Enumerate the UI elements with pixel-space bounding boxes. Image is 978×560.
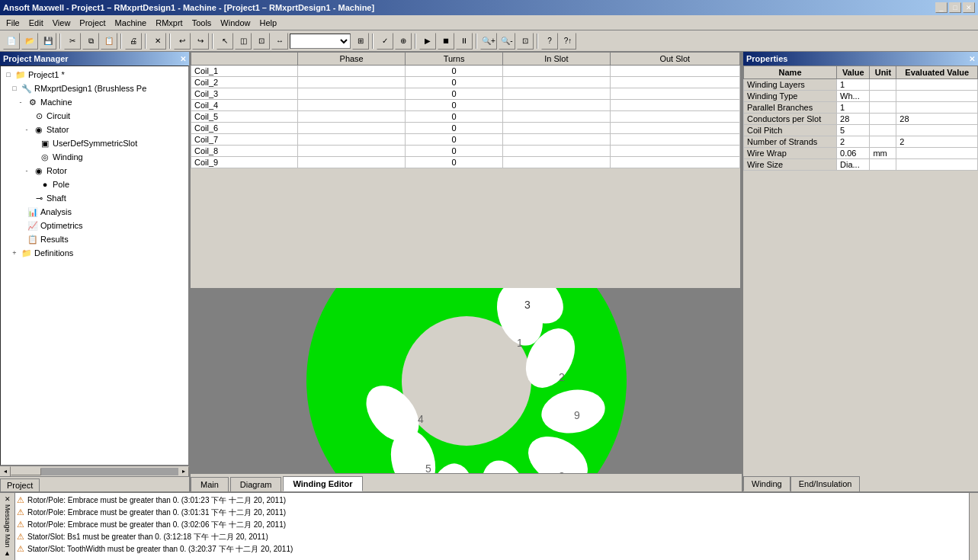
scroll-left[interactable]: ◂ bbox=[0, 466, 11, 477]
properties-close[interactable]: ✕ bbox=[969, 55, 975, 63]
tree-item-pole[interactable]: ● Pole bbox=[2, 178, 187, 191]
expand-definitions[interactable]: + bbox=[8, 249, 21, 257]
btn7[interactable]: ↔ bbox=[271, 33, 288, 50]
props-table-row[interactable]: Wire SizeDia... bbox=[744, 159, 978, 171]
tree-label-stator: Stator bbox=[46, 125, 69, 134]
tree-item-userdefslot[interactable]: ▣ UserDefSymmetricSlot bbox=[2, 136, 187, 150]
project-tree-scrollbar-h[interactable]: ◂ ▸ bbox=[0, 466, 189, 476]
close-button[interactable]: ✕ bbox=[963, 2, 975, 13]
expand-stator[interactable]: - bbox=[21, 126, 33, 133]
props-value-cell[interactable]: 2 bbox=[837, 136, 870, 148]
btn8[interactable]: ⊞ bbox=[352, 33, 369, 50]
expand-design[interactable]: □ bbox=[8, 85, 21, 92]
expand-project[interactable]: □ bbox=[2, 71, 14, 78]
zoom-out-button[interactable]: 🔍- bbox=[499, 33, 515, 50]
help2-button[interactable]: ?↑ bbox=[560, 33, 576, 50]
tab-diagram[interactable]: Diagram bbox=[230, 477, 282, 491]
props-table-row[interactable]: Winding Layers1 bbox=[744, 79, 978, 91]
delete-button[interactable]: ✕ bbox=[149, 33, 166, 50]
tab-winding-editor[interactable]: Winding Editor bbox=[283, 476, 362, 491]
message-scrollbar[interactable] bbox=[969, 493, 978, 560]
menu-project[interactable]: Project bbox=[75, 17, 110, 29]
pause-button[interactable]: ⏸ bbox=[456, 33, 473, 50]
view-button[interactable]: ◫ bbox=[235, 33, 252, 50]
menu-window[interactable]: Window bbox=[216, 17, 255, 29]
open-button[interactable]: 📂 bbox=[21, 33, 38, 50]
zoom-fit-button[interactable]: ⊡ bbox=[517, 33, 534, 50]
coil-table-row[interactable]: Coil_70 bbox=[191, 134, 740, 146]
coil-table-row[interactable]: Coil_10 bbox=[191, 66, 740, 77]
coil-table-row[interactable]: Coil_80 bbox=[191, 146, 740, 157]
tree-item-stator[interactable]: - ◉ Stator bbox=[2, 123, 187, 136]
tree-item-analysis[interactable]: 📊 Analysis bbox=[2, 205, 187, 219]
coil-table-row[interactable]: Coil_20 bbox=[191, 77, 740, 88]
expand-rotor[interactable]: - bbox=[21, 167, 33, 174]
tree-item-winding[interactable]: ◎ Winding bbox=[2, 150, 187, 164]
scroll-right[interactable]: ▸ bbox=[178, 466, 189, 477]
project-tab[interactable]: Project bbox=[0, 478, 40, 491]
btn9[interactable]: ✓ bbox=[377, 33, 393, 50]
zoom-in-button[interactable]: 🔍+ bbox=[480, 33, 497, 50]
dropdown1[interactable] bbox=[290, 34, 351, 49]
expand-machine[interactable]: - bbox=[14, 98, 27, 106]
save-button[interactable]: 💾 bbox=[40, 33, 56, 50]
menu-tools[interactable]: Tools bbox=[188, 17, 216, 29]
props-value-cell[interactable]: 1 bbox=[837, 79, 870, 91]
cut-button[interactable]: ✂ bbox=[64, 33, 81, 50]
menu-edit[interactable]: Edit bbox=[24, 17, 48, 29]
props-value-cell[interactable]: 28 bbox=[837, 114, 870, 125]
menu-machine[interactable]: Machine bbox=[111, 17, 152, 29]
redo-button[interactable]: ↪ bbox=[192, 33, 209, 50]
props-tab-winding[interactable]: Winding bbox=[743, 476, 790, 491]
tree-item-definitions[interactable]: + 📁 Definitions bbox=[2, 246, 187, 260]
new-button[interactable]: 📄 bbox=[3, 33, 20, 50]
props-value-cell[interactable]: Wh... bbox=[837, 91, 870, 102]
tree-item-rotor[interactable]: - ◉ Rotor bbox=[2, 164, 187, 178]
props-value-cell[interactable]: Dia... bbox=[837, 159, 870, 171]
menu-help[interactable]: Help bbox=[255, 17, 281, 29]
tab-main[interactable]: Main bbox=[191, 477, 229, 491]
tree-item-circuit[interactable]: ⊙ Circuit bbox=[2, 109, 187, 123]
btn6[interactable]: ⊡ bbox=[253, 33, 270, 50]
scroll-track[interactable] bbox=[11, 468, 178, 475]
tree-item-machine[interactable]: - ⚙ Machine bbox=[2, 95, 187, 109]
props-table-row[interactable]: Conductors per Slot2828 bbox=[744, 114, 978, 125]
props-table-row[interactable]: Number of Strands22 bbox=[744, 136, 978, 148]
copy-button[interactable]: ⧉ bbox=[82, 33, 99, 50]
canvas-area[interactable]: 1 2 3 4 5 6 7 8 9 Connect all coils Conn… bbox=[191, 288, 742, 473]
maximize-button[interactable]: □ bbox=[949, 2, 961, 13]
coil-table-row[interactable]: Coil_60 bbox=[191, 123, 740, 134]
menu-view[interactable]: View bbox=[48, 17, 75, 29]
coil-table-row[interactable]: Coil_30 bbox=[191, 88, 740, 100]
props-value-cell[interactable]: 0.06 bbox=[837, 148, 870, 159]
menu-file[interactable]: File bbox=[2, 17, 24, 29]
props-tab-end-insulation[interactable]: End/Insulation bbox=[790, 476, 861, 491]
props-table-row[interactable]: Winding TypeWh... bbox=[744, 91, 978, 102]
props-table-row[interactable]: Parallel Branches1 bbox=[744, 102, 978, 114]
props-value-cell[interactable]: 1 bbox=[837, 102, 870, 114]
analyze-button[interactable]: ▶ bbox=[419, 33, 436, 50]
tree-item-design[interactable]: □ 🔧 RMxprtDesign1 (Brushless Pe bbox=[2, 82, 187, 95]
btn10[interactable]: ⊕ bbox=[395, 33, 412, 50]
props-value-cell[interactable]: 5 bbox=[837, 125, 870, 136]
help1-button[interactable]: ? bbox=[541, 33, 558, 50]
tree-item-optimetrics[interactable]: 📈 Optimetrics bbox=[2, 219, 187, 232]
props-table-row[interactable]: Wire Wrap0.06mm bbox=[744, 148, 978, 159]
stop-button[interactable]: ⏹ bbox=[438, 33, 454, 50]
undo-button[interactable]: ↩ bbox=[174, 33, 191, 50]
coil-table-row[interactable]: Coil_40 bbox=[191, 100, 740, 111]
coil-table-row[interactable]: Coil_90 bbox=[191, 157, 740, 168]
project-manager-close[interactable]: ✕ bbox=[180, 55, 186, 63]
coil-table-row[interactable]: Coil_50 bbox=[191, 111, 740, 123]
minimize-button[interactable]: _ bbox=[935, 2, 948, 13]
print-button[interactable]: 🖨 bbox=[125, 33, 142, 50]
tree-item-shaft[interactable]: ⊸ Shaft bbox=[2, 191, 187, 205]
scroll-thumb[interactable] bbox=[11, 468, 41, 475]
paste-button[interactable]: 📋 bbox=[101, 33, 117, 50]
close-icon[interactable]: ✕ bbox=[5, 495, 11, 503]
tree-item-results[interactable]: 📋 Results bbox=[2, 232, 187, 246]
props-table-row[interactable]: Coil Pitch5 bbox=[744, 125, 978, 136]
menu-rmxprt[interactable]: RMxprt bbox=[151, 17, 187, 29]
select-button[interactable]: ↖ bbox=[216, 33, 233, 50]
tree-item-project[interactable]: □ 📁 Project1 * bbox=[2, 68, 187, 82]
